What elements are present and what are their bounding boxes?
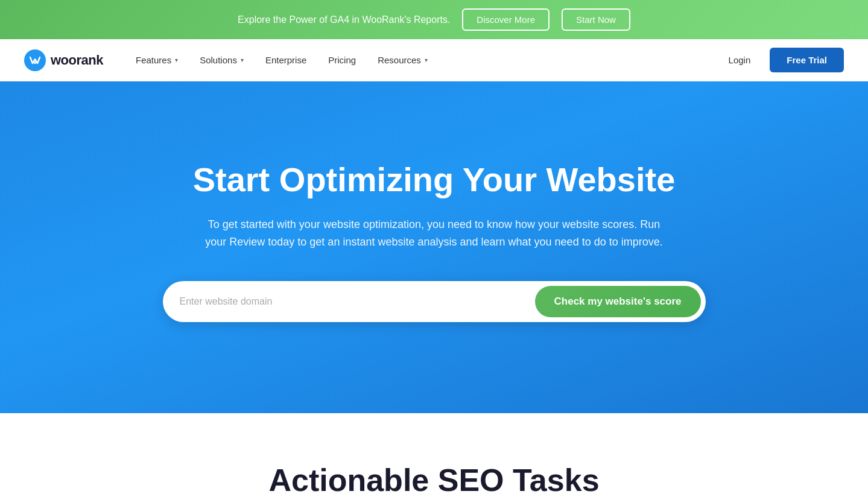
logo-text: woorank: [51, 52, 103, 68]
banner-text: Explore the Power of GA4 in WooRank's Re…: [238, 14, 450, 25]
search-container: Check my website's score: [163, 281, 706, 322]
nav-item-pricing[interactable]: Pricing: [320, 50, 364, 70]
woorank-logo-icon: [24, 49, 46, 71]
login-button[interactable]: Login: [721, 50, 758, 70]
resources-chevron-icon: ▾: [425, 57, 428, 63]
nav-item-solutions[interactable]: Solutions ▾: [191, 50, 252, 70]
search-input[interactable]: [180, 291, 535, 312]
nav-item-features[interactable]: Features ▾: [127, 50, 186, 70]
nav-item-enterprise[interactable]: Enterprise: [257, 50, 315, 70]
hero-section: Start Optimizing Your Website To get sta…: [0, 81, 868, 413]
svg-point-1: [34, 62, 36, 64]
hero-subtitle: To get started with your website optimiz…: [205, 216, 664, 251]
logo[interactable]: woorank: [24, 49, 103, 71]
nav-right: Login Free Trial: [721, 48, 844, 72]
discover-more-button[interactable]: Discover More: [462, 8, 550, 31]
check-score-button[interactable]: Check my website's score: [535, 286, 701, 317]
nav-item-resources[interactable]: Resources ▾: [369, 50, 436, 70]
bottom-title: Actionable SEO Tasks: [24, 461, 844, 497]
solutions-chevron-icon: ▾: [241, 57, 244, 63]
bottom-section: Actionable SEO Tasks: [0, 413, 868, 497]
free-trial-button[interactable]: Free Trial: [770, 48, 844, 72]
nav-links: Features ▾ Solutions ▾ Enterprise Pricin…: [127, 50, 721, 70]
navbar: woorank Features ▾ Solutions ▾ Enterpris…: [0, 39, 868, 81]
features-chevron-icon: ▾: [175, 57, 178, 63]
top-banner: Explore the Power of GA4 in WooRank's Re…: [0, 0, 868, 39]
start-now-button[interactable]: Start Now: [562, 8, 630, 31]
hero-title: Start Optimizing Your Website: [193, 160, 676, 199]
